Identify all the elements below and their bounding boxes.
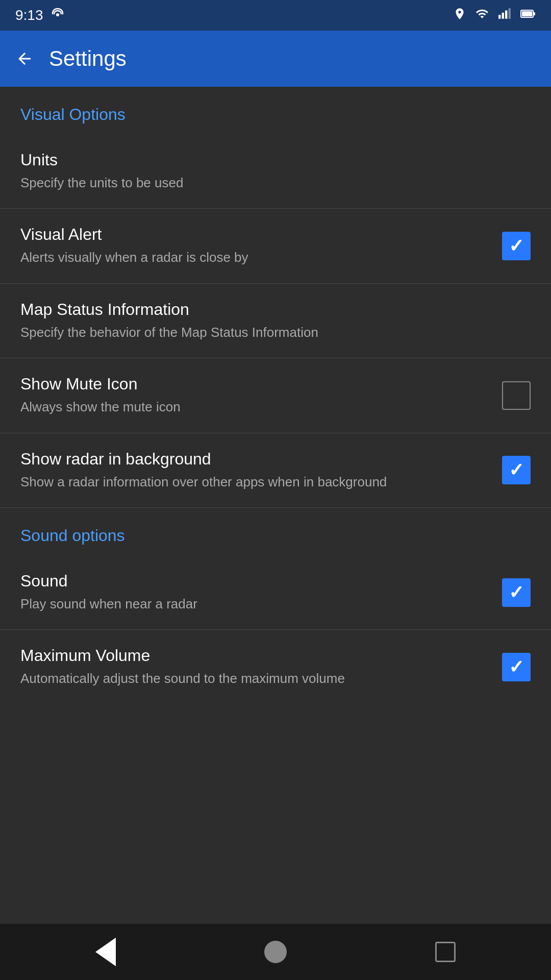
sound-title: Sound [20,572,487,591]
show-radar-background-subtitle: Show a radar information over other apps… [20,473,487,491]
visual-alert-title: Visual Alert [20,225,487,244]
maximum-volume-checkbox[interactable]: ✓ [502,653,531,681]
nav-home-button[interactable] [255,932,296,972]
maximum-volume-title: Maximum Volume [20,646,487,665]
wifi-icon [475,7,489,23]
app-bar-title: Settings [49,46,127,71]
signal-sweep-icon [51,7,65,24]
nav-recents-icon [435,942,456,962]
maximum-volume-text: Maximum Volume Automatically adjust the … [20,646,502,688]
sound-checkbox[interactable]: ✓ [502,578,531,607]
maximum-volume-item[interactable]: Maximum Volume Automatically adjust the … [0,630,551,704]
status-bar: 9:13 [0,0,551,31]
show-mute-icon-checkbox[interactable] [502,381,531,410]
svg-rect-4 [509,8,511,19]
svg-rect-7 [522,11,532,16]
visual-alert-subtitle: Alerts visually when a radar is close by [20,248,487,266]
sound-item[interactable]: Sound Play sound when near a radar ✓ [0,555,551,630]
map-status-item[interactable]: Map Status Information Specify the behav… [0,284,551,358]
sound-text: Sound Play sound when near a radar [20,572,502,613]
visual-options-header: Visual Options [0,87,551,134]
units-item[interactable]: Units Specify the units to be used [0,134,551,209]
checkmark-icon: ✓ [509,658,524,676]
checkmark-icon: ✓ [509,237,524,255]
map-status-subtitle: Specify the behavior of the Map Status I… [20,323,515,341]
show-radar-background-item[interactable]: Show radar in background Show a radar in… [0,433,551,508]
visual-alert-checkbox[interactable]: ✓ [502,232,531,260]
status-left: 9:13 [15,7,65,24]
svg-point-0 [56,13,59,16]
show-radar-background-text: Show radar in background Show a radar in… [20,450,502,491]
battery-icon [520,7,536,23]
checkmark-icon: ✓ [509,583,524,602]
show-mute-icon-text: Show Mute Icon Always show the mute icon [20,375,502,416]
svg-rect-2 [502,13,504,19]
nav-recents-button[interactable] [425,932,466,972]
sound-options-header: Sound options [0,508,551,555]
app-bar: Settings [0,31,551,87]
show-mute-icon-subtitle: Always show the mute icon [20,398,487,416]
show-radar-background-title: Show radar in background [20,450,487,469]
checkmark-icon: ✓ [509,461,524,479]
units-title: Units [20,151,515,169]
visual-alert-text: Visual Alert Alerts visually when a rada… [20,225,502,266]
sound-subtitle: Play sound when near a radar [20,595,487,613]
maximum-volume-subtitle: Automatically adjust the sound to the ma… [20,669,487,688]
status-time: 9:13 [15,7,43,23]
map-status-text: Map Status Information Specify the behav… [20,300,531,341]
svg-rect-1 [498,15,500,19]
nav-back-button[interactable] [85,932,126,972]
location-icon [453,7,466,23]
status-right [453,7,536,23]
settings-content: Visual Options Units Specify the units t… [0,87,551,924]
map-status-title: Map Status Information [20,300,515,319]
units-text: Units Specify the units to be used [20,151,531,192]
show-mute-icon-title: Show Mute Icon [20,375,487,394]
svg-rect-3 [505,11,507,19]
signal-bars-icon [498,7,511,23]
svg-rect-6 [533,12,535,15]
nav-bar [0,924,551,980]
nav-back-icon [95,938,116,966]
show-mute-icon-item[interactable]: Show Mute Icon Always show the mute icon [0,358,551,433]
back-button[interactable] [15,50,34,68]
show-radar-background-checkbox[interactable]: ✓ [502,456,531,484]
visual-alert-item[interactable]: Visual Alert Alerts visually when a rada… [0,209,551,283]
nav-home-icon [264,941,287,963]
units-subtitle: Specify the units to be used [20,174,515,192]
